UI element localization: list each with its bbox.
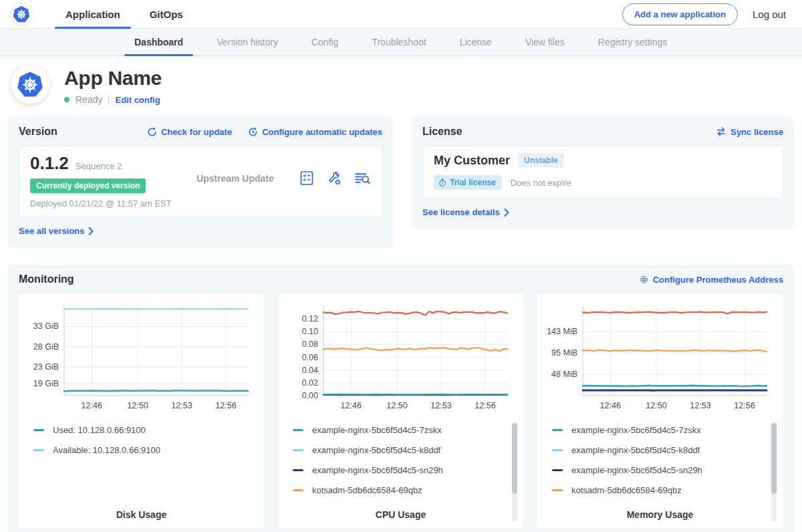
tab-license[interactable]: License xyxy=(443,29,509,55)
customer-name: My Customer xyxy=(434,154,510,168)
tab-dashboard[interactable]: Dashboard xyxy=(118,29,200,55)
divider xyxy=(108,95,109,104)
version-source-label: Upstream Update xyxy=(196,173,274,184)
page-title: App Name xyxy=(64,67,162,90)
svg-text:28 GiB: 28 GiB xyxy=(33,342,59,352)
svg-text:12:53: 12:53 xyxy=(690,401,710,410)
legend-scrollbar-track[interactable] xyxy=(512,422,517,522)
chart-legend: example-nginx-5bc6f5d4c5-7zskxexample-ng… xyxy=(552,425,775,504)
svg-text:0.02: 0.02 xyxy=(302,378,318,388)
configure-prometheus-link[interactable]: Configure Prometheus Address xyxy=(639,275,783,285)
preflight-checklist-icon[interactable] xyxy=(299,170,315,186)
legend-item: Used: 10.128.0.66:9100 xyxy=(33,425,256,435)
log-search-icon[interactable] xyxy=(354,170,371,186)
legend-color-dash xyxy=(33,429,44,431)
legend-label: kotsadm-5db6dc6584-69qbz xyxy=(312,485,422,495)
deployed-version-badge: Currently deployed version xyxy=(30,178,146,193)
svg-text:19 GiB: 19 GiB xyxy=(33,379,59,388)
kubernetes-logo xyxy=(11,3,32,25)
legend-color-dash xyxy=(33,449,44,451)
tab-troubleshoot[interactable]: Troubleshoot xyxy=(355,29,442,55)
chart-title: CPU Usage xyxy=(286,509,515,520)
legend-item: Available: 10.128.0.66:9100 xyxy=(33,445,256,455)
chevron-right-icon xyxy=(504,209,509,217)
legend-color-dash xyxy=(293,449,303,451)
chart-title: Memory Usage xyxy=(545,509,775,520)
memory-usage-chart-card: 143 MiB95 MiB48 MiB12:4612:5012:5312:56 … xyxy=(537,293,783,529)
svg-text:12:53: 12:53 xyxy=(430,401,451,410)
tab-version-history[interactable]: Version history xyxy=(200,29,295,55)
svg-text:12:50: 12:50 xyxy=(386,401,407,410)
version-sequence: Sequence 2 xyxy=(76,161,122,171)
svg-text:12:56: 12:56 xyxy=(215,401,236,410)
legend-color-dash xyxy=(552,489,563,491)
check-for-update-link[interactable]: Check for update xyxy=(147,127,232,137)
nav-tab-application[interactable]: Application xyxy=(51,0,135,28)
legend-scrollbar-thumb[interactable] xyxy=(771,423,777,494)
kubernetes-app-icon xyxy=(17,71,43,98)
see-all-versions-link[interactable]: See all versions xyxy=(19,226,94,236)
trial-license-badge: Trial license xyxy=(434,175,502,190)
legend-color-dash xyxy=(293,469,303,471)
configure-automatic-updates-link[interactable]: Configure automatic updates xyxy=(248,127,382,137)
svg-text:12:50: 12:50 xyxy=(646,401,666,410)
svg-text:12:46: 12:46 xyxy=(82,401,102,410)
version-card-title: Version xyxy=(19,126,57,138)
memory-usage-chart: 143 MiB95 MiB48 MiB12:4612:5012:5312:56 xyxy=(545,300,772,414)
legend-color-dash xyxy=(552,469,563,471)
svg-text:12:50: 12:50 xyxy=(127,401,148,410)
tab-config[interactable]: Config xyxy=(295,29,355,55)
legend-label: Available: 10.128.0.66:9100 xyxy=(53,445,160,455)
edit-config-link[interactable]: Edit config xyxy=(115,95,160,105)
cpu-usage-chart-card: 0.120.100.080.060.040.020.0012:4612:5012… xyxy=(278,293,523,529)
svg-text:12:56: 12:56 xyxy=(475,401,495,410)
tab-registry-settings[interactable]: Registry settings xyxy=(581,29,684,55)
app-subnav: Dashboard Version history Config Trouble… xyxy=(0,29,802,56)
legend-color-dash xyxy=(552,429,563,431)
legend-scrollbar-track[interactable] xyxy=(771,422,777,522)
see-license-details-link[interactable]: See license details xyxy=(422,207,509,217)
legend-scrollbar-thumb[interactable] xyxy=(512,423,517,494)
legend-item: example-nginx-5bc6f5d4c5-7zskx xyxy=(293,425,515,435)
app-avatar xyxy=(11,65,49,104)
logout-button[interactable]: Log out xyxy=(753,9,786,20)
svg-text:0.06: 0.06 xyxy=(302,353,318,362)
legend-label: Used: 10.128.0.66:9100 xyxy=(53,425,146,435)
svg-text:12:56: 12:56 xyxy=(734,401,755,410)
svg-text:12:53: 12:53 xyxy=(171,401,192,410)
legend-label: example-nginx-5bc6f5d4c5-7zskx xyxy=(312,425,442,435)
add-new-application-button[interactable]: Add a new application xyxy=(622,3,738,25)
legend-item: kotsadm-5db6dc6584-69qbz xyxy=(293,485,515,495)
svg-text:23 GiB: 23 GiB xyxy=(33,362,59,372)
kubernetes-logo-icon xyxy=(13,5,30,23)
svg-text:0.10: 0.10 xyxy=(302,327,318,336)
license-card-title: License xyxy=(422,126,462,138)
ready-status-dot xyxy=(64,97,70,102)
version-card: Version Check for update Configure au xyxy=(8,117,393,247)
legend-item: example-nginx-5bc6f5d4c5-sn29h xyxy=(552,465,775,475)
svg-text:0.00: 0.00 xyxy=(302,391,318,400)
svg-text:95 MiB: 95 MiB xyxy=(551,348,577,358)
license-card: License Sync license My Customer Unstabl… xyxy=(412,117,794,229)
chart-title: Disk Usage xyxy=(27,509,256,520)
svg-text:0.08: 0.08 xyxy=(302,340,318,349)
legend-color-dash xyxy=(293,429,303,431)
nav-tab-gitops[interactable]: GitOps xyxy=(135,0,198,28)
tab-view-files[interactable]: View files xyxy=(509,29,581,55)
svg-text:12:46: 12:46 xyxy=(341,401,362,410)
app-header: App Name Ready Edit config xyxy=(0,56,802,110)
wrench-gear-icon[interactable] xyxy=(326,170,342,186)
legend-label: example-nginx-5bc6f5d4c5-sn29h xyxy=(571,465,702,475)
gear-icon xyxy=(639,275,649,285)
svg-text:12:46: 12:46 xyxy=(600,401,621,410)
svg-text:48 MiB: 48 MiB xyxy=(551,370,577,379)
deployed-timestamp: Deployed 01/21/22 @ 11:57 am EST xyxy=(30,198,172,209)
cpu-usage-chart: 0.120.100.080.060.040.020.0012:4612:5012… xyxy=(286,300,513,414)
svg-text:0.12: 0.12 xyxy=(302,314,318,323)
sync-license-link[interactable]: Sync license xyxy=(716,127,783,137)
legend-label: example-nginx-5bc6f5d4c5-7zskx xyxy=(571,425,701,435)
disk-usage-chart-card: 33 GiB28 GiB23 GiB19 GiB12:4612:5012:531… xyxy=(19,293,264,529)
legend-item: example-nginx-5bc6f5d4c5-k8ddf xyxy=(293,445,515,455)
chevron-right-icon xyxy=(88,227,94,235)
legend-item: example-nginx-5bc6f5d4c5-sn29h xyxy=(293,465,515,475)
